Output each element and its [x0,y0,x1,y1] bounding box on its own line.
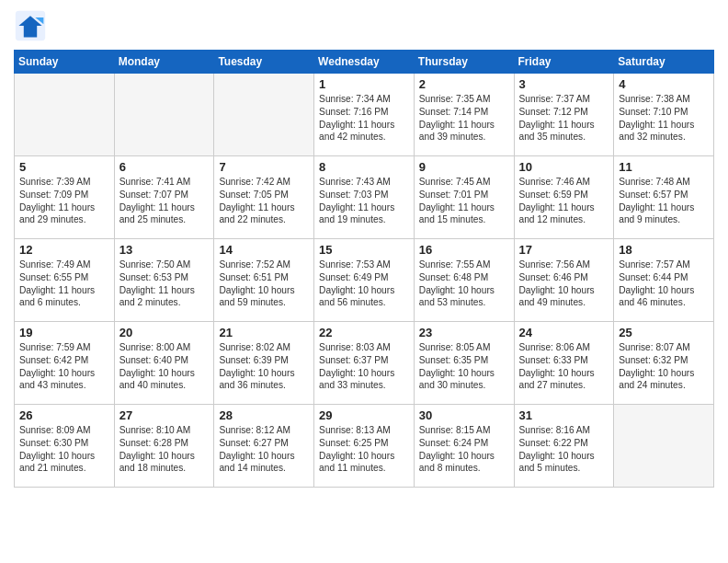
calendar-cell: 27Sunrise: 8:10 AM Sunset: 6:28 PM Dayli… [114,405,214,488]
day-number: 16 [419,243,509,257]
day-info: Sunrise: 8:12 AM Sunset: 6:27 PM Dayligh… [219,424,309,475]
calendar-cell: 5Sunrise: 7:39 AM Sunset: 7:09 PM Daylig… [15,156,115,239]
calendar-cell: 9Sunrise: 7:45 AM Sunset: 7:01 PM Daylig… [414,156,514,239]
calendar-cell: 8Sunrise: 7:43 AM Sunset: 7:03 PM Daylig… [314,156,415,239]
header-sunday: Sunday [15,51,115,74]
day-info: Sunrise: 7:56 AM Sunset: 6:46 PM Dayligh… [519,259,609,309]
day-info: Sunrise: 8:13 AM Sunset: 6:25 PM Dayligh… [319,424,409,475]
calendar-cell [114,74,214,156]
day-info: Sunrise: 8:15 AM Sunset: 6:24 PM Dayligh… [419,424,509,475]
day-info: Sunrise: 7:45 AM Sunset: 7:01 PM Dayligh… [419,176,509,226]
day-number: 28 [219,408,309,422]
day-number: 24 [519,326,609,339]
day-number: 3 [519,77,609,91]
day-number: 13 [119,243,210,257]
calendar-cell: 17Sunrise: 7:56 AM Sunset: 6:46 PM Dayli… [514,239,614,322]
calendar-cell: 2Sunrise: 7:35 AM Sunset: 7:14 PM Daylig… [414,74,514,156]
calendar-cell: 26Sunrise: 8:09 AM Sunset: 6:30 PM Dayli… [15,405,115,488]
logo [14,9,51,42]
calendar-cell [214,74,314,156]
day-number: 29 [319,408,409,422]
day-number: 25 [619,326,709,339]
calendar-header-row: SundayMondayTuesdayWednesdayThursdayFrid… [15,51,714,74]
calendar-cell: 7Sunrise: 7:42 AM Sunset: 7:05 PM Daylig… [214,156,314,239]
calendar-week-1: 1Sunrise: 7:34 AM Sunset: 7:16 PM Daylig… [15,74,714,156]
day-info: Sunrise: 7:41 AM Sunset: 7:07 PM Dayligh… [119,176,210,226]
calendar-cell: 23Sunrise: 8:05 AM Sunset: 6:35 PM Dayli… [414,322,514,405]
day-info: Sunrise: 7:50 AM Sunset: 6:53 PM Dayligh… [119,259,210,309]
day-info: Sunrise: 7:59 AM Sunset: 6:42 PM Dayligh… [19,341,109,392]
calendar-cell: 14Sunrise: 7:52 AM Sunset: 6:51 PM Dayli… [214,239,314,322]
calendar-cell: 1Sunrise: 7:34 AM Sunset: 7:16 PM Daylig… [314,74,415,156]
day-info: Sunrise: 7:42 AM Sunset: 7:05 PM Dayligh… [219,176,309,226]
calendar-cell: 18Sunrise: 7:57 AM Sunset: 6:44 PM Dayli… [614,239,714,322]
calendar-cell: 11Sunrise: 7:48 AM Sunset: 6:57 PM Dayli… [614,156,714,239]
calendar-week-5: 26Sunrise: 8:09 AM Sunset: 6:30 PM Dayli… [15,405,714,488]
day-number: 10 [519,160,609,174]
calendar-week-4: 19Sunrise: 7:59 AM Sunset: 6:42 PM Dayli… [15,322,714,405]
header-wednesday: Wednesday [314,51,415,74]
day-number: 19 [19,326,109,339]
header-friday: Friday [514,51,614,74]
day-number: 5 [19,160,109,174]
day-info: Sunrise: 7:52 AM Sunset: 6:51 PM Dayligh… [219,259,309,309]
calendar-cell: 22Sunrise: 8:03 AM Sunset: 6:37 PM Dayli… [314,322,415,405]
day-info: Sunrise: 7:39 AM Sunset: 7:09 PM Dayligh… [19,176,109,226]
day-number: 4 [619,77,709,91]
calendar-cell: 25Sunrise: 8:07 AM Sunset: 6:32 PM Dayli… [614,322,714,405]
day-info: Sunrise: 7:38 AM Sunset: 7:10 PM Dayligh… [619,93,709,144]
day-number: 15 [319,243,409,257]
day-number: 8 [319,160,409,174]
header-tuesday: Tuesday [214,51,314,74]
day-info: Sunrise: 7:55 AM Sunset: 6:48 PM Dayligh… [419,259,509,309]
day-number: 7 [219,160,309,174]
header-thursday: Thursday [414,51,514,74]
calendar-table: SundayMondayTuesdayWednesdayThursdayFrid… [14,50,714,488]
calendar-cell: 21Sunrise: 8:02 AM Sunset: 6:39 PM Dayli… [214,322,314,405]
day-info: Sunrise: 7:53 AM Sunset: 6:49 PM Dayligh… [319,259,409,309]
day-info: Sunrise: 8:09 AM Sunset: 6:30 PM Dayligh… [19,424,109,475]
day-info: Sunrise: 7:46 AM Sunset: 6:59 PM Dayligh… [519,176,609,226]
day-number: 11 [619,160,709,174]
day-number: 14 [219,243,309,257]
day-number: 9 [419,160,509,174]
day-info: Sunrise: 8:03 AM Sunset: 6:37 PM Dayligh… [319,341,409,392]
calendar-cell [15,74,115,156]
day-info: Sunrise: 8:16 AM Sunset: 6:22 PM Dayligh… [519,424,609,475]
header-monday: Monday [114,51,214,74]
day-number: 2 [419,77,509,91]
day-info: Sunrise: 7:34 AM Sunset: 7:16 PM Dayligh… [319,93,409,144]
day-number: 22 [319,326,409,339]
calendar-week-2: 5Sunrise: 7:39 AM Sunset: 7:09 PM Daylig… [15,156,714,239]
calendar-cell: 31Sunrise: 8:16 AM Sunset: 6:22 PM Dayli… [514,405,614,488]
day-info: Sunrise: 7:35 AM Sunset: 7:14 PM Dayligh… [419,93,509,144]
day-number: 6 [119,160,210,174]
calendar-cell: 19Sunrise: 7:59 AM Sunset: 6:42 PM Dayli… [15,322,115,405]
calendar-cell: 12Sunrise: 7:49 AM Sunset: 6:55 PM Dayli… [15,239,115,322]
day-info: Sunrise: 8:10 AM Sunset: 6:28 PM Dayligh… [119,424,210,475]
day-info: Sunrise: 8:07 AM Sunset: 6:32 PM Dayligh… [619,341,709,392]
day-number: 21 [219,326,309,339]
day-number: 17 [519,243,609,257]
day-info: Sunrise: 7:49 AM Sunset: 6:55 PM Dayligh… [19,259,109,309]
calendar-cell [614,405,714,488]
day-number: 30 [419,408,509,422]
day-info: Sunrise: 8:06 AM Sunset: 6:33 PM Dayligh… [519,341,609,392]
header-saturday: Saturday [614,51,714,74]
day-number: 26 [19,408,109,422]
calendar-week-3: 12Sunrise: 7:49 AM Sunset: 6:55 PM Dayli… [15,239,714,322]
calendar-cell: 6Sunrise: 7:41 AM Sunset: 7:07 PM Daylig… [114,156,214,239]
day-number: 20 [119,326,210,339]
day-info: Sunrise: 7:37 AM Sunset: 7:12 PM Dayligh… [519,93,609,144]
day-info: Sunrise: 8:00 AM Sunset: 6:40 PM Dayligh… [119,341,210,392]
calendar-cell: 3Sunrise: 7:37 AM Sunset: 7:12 PM Daylig… [514,74,614,156]
calendar-cell: 15Sunrise: 7:53 AM Sunset: 6:49 PM Dayli… [314,239,415,322]
day-number: 12 [19,243,109,257]
logo-icon [14,9,47,42]
calendar-cell: 10Sunrise: 7:46 AM Sunset: 6:59 PM Dayli… [514,156,614,239]
calendar-cell: 24Sunrise: 8:06 AM Sunset: 6:33 PM Dayli… [514,322,614,405]
calendar-cell: 20Sunrise: 8:00 AM Sunset: 6:40 PM Dayli… [114,322,214,405]
day-number: 18 [619,243,709,257]
calendar-cell: 28Sunrise: 8:12 AM Sunset: 6:27 PM Dayli… [214,405,314,488]
day-number: 23 [419,326,509,339]
